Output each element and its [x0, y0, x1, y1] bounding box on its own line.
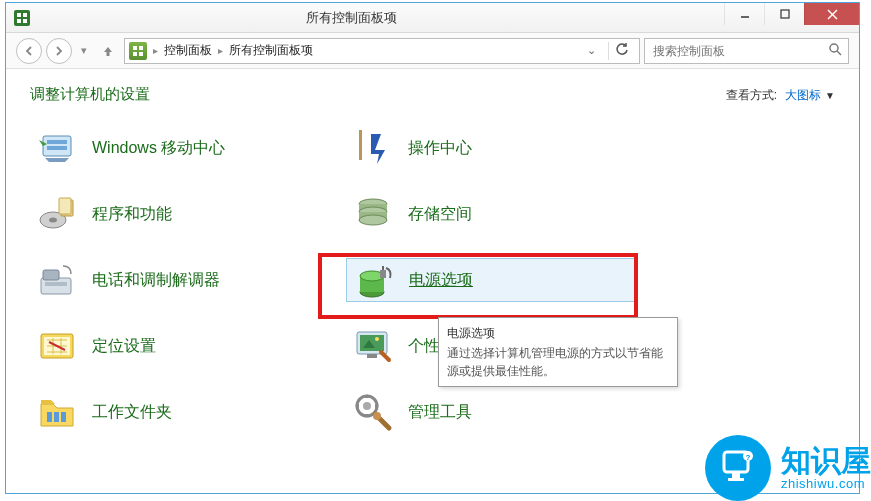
svg-rect-15	[47, 140, 67, 144]
mobility-center-icon	[36, 127, 78, 169]
tooltip: 电源选项 通过选择计算机管理电源的方式以节省能源或提供最佳性能。	[438, 317, 678, 387]
svg-point-39	[375, 337, 379, 341]
storage-icon	[352, 193, 394, 235]
programs-icon	[36, 193, 78, 235]
svg-rect-8	[133, 46, 137, 50]
close-button[interactable]	[804, 3, 859, 25]
item-work-folders[interactable]: 工作文件夹	[30, 390, 320, 434]
admin-tools-icon	[352, 391, 394, 433]
location-icon	[36, 325, 78, 367]
items-grid: Windows 移动中心 操作中心 程序和功能 存储空间	[30, 126, 835, 434]
item-power-options[interactable]: 电源选项	[346, 258, 636, 302]
item-label: 程序和功能	[92, 204, 172, 225]
svg-rect-49	[728, 478, 744, 481]
svg-rect-28	[45, 282, 67, 286]
svg-rect-9	[139, 46, 143, 50]
svg-point-26	[359, 215, 387, 225]
tooltip-title: 电源选项	[447, 324, 669, 342]
item-label: 电话和调制解调器	[92, 270, 220, 291]
item-label: 工作文件夹	[92, 402, 172, 423]
svg-point-46	[373, 412, 381, 420]
watermark-icon: ?	[705, 435, 771, 501]
svg-rect-5	[781, 10, 789, 18]
svg-rect-42	[54, 412, 59, 422]
watermark: ? 知识屋 zhishiwu.com	[705, 435, 871, 501]
item-label: 存储空间	[408, 204, 472, 225]
svg-point-45	[363, 402, 371, 410]
svg-text:?: ?	[746, 453, 751, 462]
control-panel-window: 所有控制面板项 ▾ ▸ 控制面板	[5, 2, 860, 494]
page-heading: 调整计算机的设置	[30, 85, 150, 104]
svg-rect-17	[359, 130, 362, 160]
address-dropdown[interactable]: ⌄	[581, 44, 602, 57]
view-by-value[interactable]: 大图标 ▼	[785, 87, 835, 104]
item-label: 操作中心	[408, 138, 472, 159]
content-area: 调整计算机的设置 查看方式: 大图标 ▼ Windows 移动中心	[6, 69, 859, 493]
forward-button[interactable]	[46, 38, 72, 64]
up-button[interactable]	[96, 39, 120, 63]
watermark-cn: 知识屋	[781, 444, 871, 477]
item-label: 定位设置	[92, 336, 156, 357]
item-storage-spaces[interactable]: 存储空间	[346, 192, 636, 236]
svg-rect-29	[43, 270, 59, 280]
address-icon	[129, 42, 147, 60]
titlebar: 所有控制面板项	[6, 3, 859, 33]
svg-rect-43	[61, 412, 66, 422]
view-by: 查看方式: 大图标 ▼	[726, 87, 835, 104]
svg-rect-16	[47, 146, 67, 150]
item-windows-mobility-center[interactable]: Windows 移动中心	[30, 126, 320, 170]
chevron-right-icon: ▸	[153, 45, 158, 56]
svg-rect-38	[360, 335, 384, 351]
chevron-down-icon: ▼	[825, 90, 835, 101]
svg-rect-34	[382, 266, 384, 270]
minimize-button[interactable]	[724, 3, 764, 25]
navbar: ▾ ▸ 控制面板 ▸ 所有控制面板项 ⌄	[6, 33, 859, 69]
item-action-center[interactable]: 操作中心	[346, 126, 636, 170]
search-box[interactable]	[644, 38, 849, 64]
action-center-icon	[352, 127, 394, 169]
power-options-icon	[353, 259, 395, 301]
phone-modem-icon	[36, 259, 78, 301]
svg-rect-41	[47, 412, 52, 422]
search-input[interactable]	[651, 43, 828, 59]
svg-rect-10	[133, 52, 137, 56]
item-administrative-tools[interactable]: 管理工具	[346, 390, 636, 434]
item-label: 电源选项	[409, 270, 473, 291]
svg-point-12	[830, 44, 838, 52]
svg-point-19	[49, 218, 57, 223]
svg-rect-48	[732, 472, 740, 478]
view-by-label: 查看方式:	[726, 87, 777, 104]
svg-rect-40	[367, 354, 377, 358]
personalization-icon	[352, 325, 394, 367]
svg-rect-33	[380, 270, 386, 278]
address-bar[interactable]: ▸ 控制面板 ▸ 所有控制面板项 ⌄	[124, 38, 640, 64]
watermark-en: zhishiwu.com	[781, 477, 871, 491]
item-programs-and-features[interactable]: 程序和功能	[30, 192, 320, 236]
work-folders-icon	[36, 391, 78, 433]
svg-rect-11	[139, 52, 143, 56]
breadcrumb-1[interactable]: 控制面板	[164, 42, 212, 59]
refresh-button[interactable]	[608, 42, 635, 60]
breadcrumb-2[interactable]: 所有控制面板项	[229, 42, 313, 59]
item-phone-and-modem[interactable]: 电话和调制解调器	[30, 258, 320, 302]
tooltip-body: 通过选择计算机管理电源的方式以节省能源或提供最佳性能。	[447, 344, 669, 380]
svg-line-13	[837, 51, 841, 55]
view-by-text: 大图标	[785, 87, 821, 104]
window-title: 所有控制面板项	[0, 9, 724, 27]
item-label: 管理工具	[408, 402, 472, 423]
item-label: Windows 移动中心	[92, 138, 225, 159]
item-location-settings[interactable]: 定位设置	[30, 324, 320, 368]
window-buttons	[724, 3, 859, 32]
search-icon[interactable]	[828, 42, 842, 59]
back-button[interactable]	[16, 38, 42, 64]
svg-rect-21	[59, 198, 71, 214]
history-dropdown[interactable]: ▾	[76, 44, 92, 57]
maximize-button[interactable]	[764, 3, 804, 25]
chevron-right-icon: ▸	[218, 45, 223, 56]
